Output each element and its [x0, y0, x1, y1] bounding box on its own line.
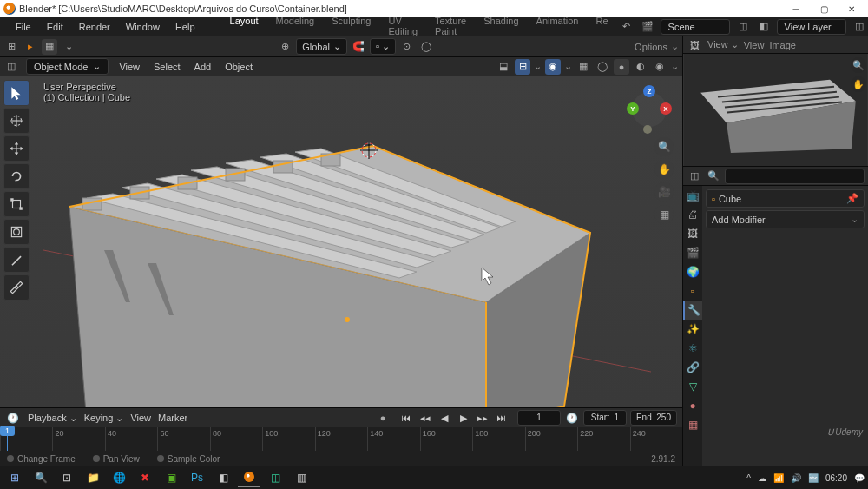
ptab-object[interactable]: ▫: [683, 281, 702, 301]
shade-matpreview-icon[interactable]: ◐: [633, 59, 648, 75]
taskbar-app-misc2[interactable]: ▥: [290, 468, 312, 487]
move-tool[interactable]: [3, 135, 30, 162]
preview-pan-icon[interactable]: ✋: [851, 76, 866, 92]
zoom-icon[interactable]: 🔍: [654, 137, 674, 156]
ptab-physics[interactable]: ⚛: [683, 339, 702, 358]
current-frame-field[interactable]: 1: [517, 410, 561, 426]
add-modifier-dropdown[interactable]: Add Modifier: [706, 210, 865, 228]
end-frame-field[interactable]: End 250: [630, 410, 677, 426]
pivot-icon[interactable]: ◯: [418, 39, 434, 55]
image-editor-icon[interactable]: 🖼: [687, 37, 702, 53]
options-dropdown[interactable]: Options: [635, 42, 667, 52]
select-tool[interactable]: [3, 80, 30, 106]
menu-edit[interactable]: Edit: [40, 19, 70, 35]
axis-neg-z[interactable]: [643, 125, 652, 134]
ptab-scene[interactable]: 🎬: [683, 243, 702, 262]
props-editor-icon[interactable]: ◫: [687, 169, 702, 184]
ptab-particles[interactable]: ✨: [683, 320, 702, 339]
pan-icon[interactable]: ✋: [654, 160, 674, 179]
shade-solid-icon[interactable]: ●: [614, 59, 629, 75]
camera-icon[interactable]: 🎥: [654, 182, 674, 202]
menu-help[interactable]: Help: [168, 19, 202, 35]
tray-clock[interactable]: 06:20: [825, 473, 847, 483]
scene-field[interactable]: Scene: [661, 19, 730, 35]
annotate-tool[interactable]: [3, 247, 30, 273]
tray-language-icon[interactable]: 🔤: [808, 473, 819, 483]
taskbar-explorer[interactable]: 📁: [82, 468, 104, 487]
scale-tool[interactable]: [3, 191, 30, 217]
minimize-button[interactable]: ─: [783, 1, 809, 17]
tray-chevron-icon[interactable]: ^: [746, 473, 751, 483]
xray-icon[interactable]: ▦: [575, 59, 591, 75]
play-reverse-icon[interactable]: ◀: [436, 410, 453, 426]
menu-object[interactable]: Object: [221, 62, 256, 72]
playhead[interactable]: 1: [7, 427, 8, 451]
tray-notifications-icon[interactable]: 💬: [854, 473, 865, 483]
transform-tool[interactable]: [3, 219, 30, 245]
render-preview[interactable]: 🔍 ✋: [683, 54, 868, 167]
measure-tool[interactable]: [3, 274, 30, 301]
ptab-output[interactable]: 🖨: [683, 205, 702, 224]
select-box-icon[interactable]: ▦: [42, 39, 57, 55]
object-name-field[interactable]: ▫ Cube 📌: [706, 189, 865, 208]
start-button[interactable]: ⊞: [3, 468, 26, 487]
viewlayer-settings-icon[interactable]: ◫: [852, 19, 867, 35]
editor-type-icon[interactable]: ⊞: [3, 39, 19, 55]
overlay-group-icon[interactable]: ⬓: [496, 59, 511, 75]
maximize-button[interactable]: ▢: [811, 1, 837, 17]
menu-view[interactable]: View: [115, 62, 143, 72]
shade-rendered-icon[interactable]: ◉: [652, 59, 667, 75]
timeline-marker[interactable]: Marker: [158, 413, 187, 423]
axis-y[interactable]: Y: [627, 102, 639, 115]
mode-selector[interactable]: Object Mode ⌄: [26, 58, 108, 75]
cursor-tool[interactable]: [3, 108, 30, 134]
overlays-icon[interactable]: ⊞: [515, 59, 530, 75]
ptab-mesh[interactable]: ▽: [683, 377, 702, 396]
jump-start-icon[interactable]: ⏮: [398, 410, 415, 426]
tray-volume-icon[interactable]: 🔊: [791, 473, 801, 483]
start-frame-field[interactable]: Start 1: [583, 410, 627, 426]
gizmo-dropdown-icon[interactable]: ⌄: [61, 39, 76, 55]
proportional-icon[interactable]: ⊙: [399, 39, 415, 55]
snap-icon[interactable]: 🧲: [351, 39, 366, 55]
orientation-icon[interactable]: ⊕: [277, 39, 293, 55]
timeline-keying[interactable]: Keying ⌄: [84, 413, 124, 424]
menu-file[interactable]: File: [9, 19, 38, 35]
taskbar-taskview[interactable]: ⊡: [56, 468, 78, 487]
tray-cloud-icon[interactable]: ☁: [758, 473, 766, 483]
taskbar-app-misc1[interactable]: ◧: [212, 468, 234, 487]
keyframe-prev-icon[interactable]: ◂◂: [417, 410, 434, 426]
shade-wire-icon[interactable]: ◯: [595, 59, 610, 75]
pin-icon[interactable]: 📌: [846, 193, 858, 204]
orientation-selector[interactable]: Global ⌄: [296, 38, 347, 55]
navigation-gizmo[interactable]: Z X Y: [625, 85, 674, 134]
taskbar-search[interactable]: 🔍: [30, 468, 52, 487]
auto-key-icon[interactable]: ●: [375, 410, 391, 426]
ptab-world[interactable]: 🌍: [683, 262, 702, 281]
preview-range-icon[interactable]: 🕐: [564, 410, 580, 426]
timeline-ruler[interactable]: 120406080100120140160180200220240 1: [0, 427, 682, 451]
gizmo-toggle-icon[interactable]: ◉: [545, 59, 561, 75]
scene-settings-icon[interactable]: ◫: [735, 19, 751, 35]
menu-render[interactable]: Render: [72, 19, 117, 35]
jump-end-icon[interactable]: ⏭: [493, 410, 510, 426]
rp-view-menu[interactable]: View ⌄: [707, 39, 739, 50]
search-input[interactable]: [725, 169, 865, 184]
rotate-tool[interactable]: [3, 163, 30, 189]
3d-viewport[interactable]: User Perspective (1) Collection | Cube Z: [0, 76, 682, 407]
ptab-render[interactable]: 📺: [683, 186, 702, 205]
taskbar-app-teal[interactable]: ◫: [264, 468, 286, 487]
ptab-texture[interactable]: ▦: [683, 415, 702, 434]
play-icon[interactable]: ▶: [455, 410, 472, 426]
ptab-material[interactable]: ●: [683, 396, 702, 415]
taskbar-app-generic[interactable]: ▣: [160, 468, 182, 487]
ptab-constraints[interactable]: 🔗: [683, 358, 702, 377]
close-button[interactable]: ✕: [838, 1, 865, 17]
perspective-toggle-icon[interactable]: ▦: [654, 205, 674, 224]
ptab-viewlayer[interactable]: 🖼: [683, 224, 702, 243]
taskbar-blender[interactable]: [238, 468, 260, 487]
taskbar-app-red[interactable]: ✖: [134, 468, 156, 487]
timeline-view[interactable]: View: [130, 413, 151, 423]
timeline-editor-icon[interactable]: 🕐: [5, 410, 21, 426]
tray-wifi-icon[interactable]: 📶: [773, 473, 784, 483]
